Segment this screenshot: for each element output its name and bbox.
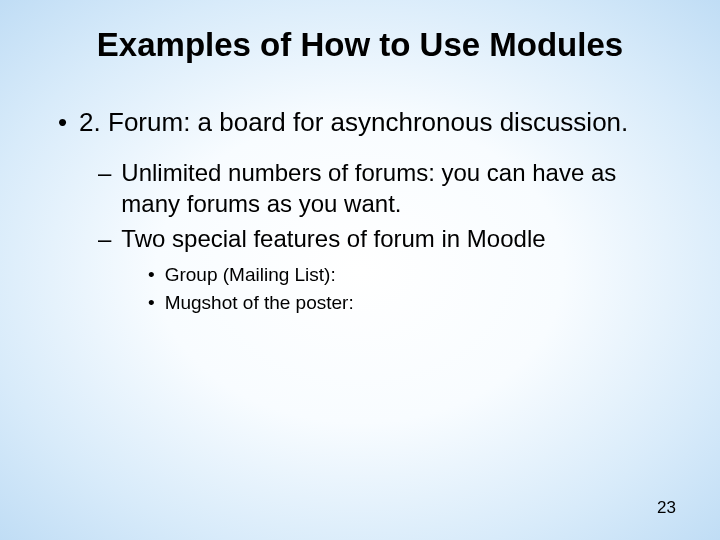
slide-title: Examples of How to Use Modules: [40, 26, 680, 64]
bullet-marker: •: [148, 290, 155, 316]
bullet-level-2: – Unlimited numbers of forums: you can h…: [98, 157, 680, 219]
dash-marker: –: [98, 223, 111, 254]
bullet-marker: •: [148, 262, 155, 288]
slide: Examples of How to Use Modules • 2. Foru…: [0, 0, 720, 540]
bullet-level-1: • 2. Forum: a board for asynchronous dis…: [58, 106, 680, 139]
bullet-text: Mugshot of the poster:: [165, 290, 680, 316]
bullet-text: Group (Mailing List):: [165, 262, 680, 288]
bullet-text: Two special features of forum in Moodle: [121, 223, 680, 254]
bullet-text: Unlimited numbers of forums: you can hav…: [121, 157, 680, 219]
bullet-marker: •: [58, 106, 67, 139]
page-number: 23: [657, 498, 676, 518]
dash-marker: –: [98, 157, 111, 219]
bullet-text: 2. Forum: a board for asynchronous discu…: [79, 106, 680, 139]
bullet-level-3: • Mugshot of the poster:: [148, 290, 680, 316]
bullet-level-3: • Group (Mailing List):: [148, 262, 680, 288]
bullet-level-2: – Two special features of forum in Moodl…: [98, 223, 680, 254]
